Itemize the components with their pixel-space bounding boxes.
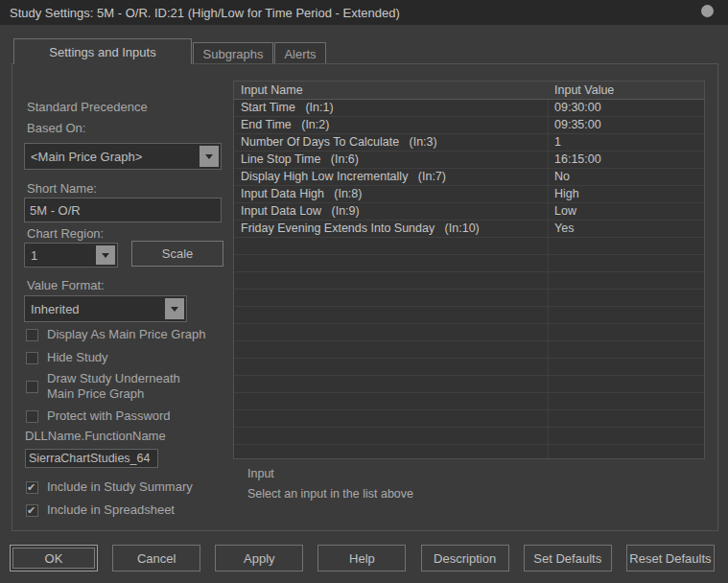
titlebar[interactable]: Study Settings: 5M - O/R. ID:21 (High/Lo… <box>0 0 728 25</box>
chart-region-value: 1 <box>25 248 94 263</box>
value-format-select[interactable]: Inherited <box>24 295 187 322</box>
table-row[interactable] <box>234 290 704 307</box>
chevron-down-icon[interactable] <box>200 146 219 167</box>
scale-button[interactable]: Scale <box>131 241 223 267</box>
input-value-cell: 09:30:00 <box>549 100 704 116</box>
based-on-value: <Main Price Graph> <box>25 150 198 164</box>
button-label: Cancel <box>137 551 176 566</box>
ok-button[interactable]: OK <box>10 545 98 571</box>
table-row[interactable] <box>234 255 704 272</box>
table-row[interactable] <box>234 393 704 410</box>
input-value-cell: Low <box>549 203 704 220</box>
input-name-cell <box>234 393 549 409</box>
table-row[interactable] <box>234 272 704 290</box>
input-value-cell <box>549 307 704 323</box>
input-name-cell <box>234 307 549 323</box>
input-value-cell <box>549 428 704 444</box>
input-name-cell <box>234 445 549 459</box>
table-row[interactable]: Number Of Days To Calculate (In:3)1 <box>234 134 704 152</box>
checkbox-label: Display As Main Price Graph <box>47 327 205 342</box>
protect-password-checkbox[interactable] <box>26 410 38 423</box>
checkbox-row-display-as-main[interactable]: Display As Main Price Graph <box>26 327 205 342</box>
table-row[interactable] <box>234 410 704 428</box>
inputs-table: Input Name Input Value Start Time (In:1)… <box>233 81 705 459</box>
input-name-cell <box>234 290 549 306</box>
chevron-down-icon[interactable] <box>165 298 184 319</box>
input-name-cell <box>234 359 549 375</box>
table-row[interactable] <box>234 307 704 324</box>
include-study-summary-checkbox[interactable] <box>26 481 38 494</box>
input-value-cell: 1 <box>549 134 704 151</box>
reset-defaults-button[interactable]: Reset Defaults <box>626 545 715 571</box>
based-on-select[interactable]: <Main Price Graph> <box>24 143 222 170</box>
button-label: Help <box>349 551 375 566</box>
description-button[interactable]: Description <box>421 545 509 571</box>
input-value-cell <box>549 255 704 271</box>
input-value-cell <box>549 324 704 340</box>
table-row[interactable]: Friday Evening Extends Into Sunday (In:1… <box>234 221 704 238</box>
checkbox-label: Include in Study Summary <box>47 479 193 495</box>
table-row[interactable]: Input Data Low (In:9)Low <box>234 203 704 221</box>
input-name-cell: Line Stop Time (In:6) <box>234 152 549 168</box>
input-value-cell <box>549 376 704 392</box>
apply-button[interactable]: Apply <box>215 545 303 571</box>
table-row[interactable] <box>234 428 704 445</box>
table-row[interactable]: Line Stop Time (In:6)16:15:00 <box>234 152 704 169</box>
precedence-label: Standard Precedence <box>27 100 148 114</box>
inputs-table-header[interactable]: Input Name Input Value <box>234 82 704 100</box>
checkbox-row-spreadsheet[interactable]: Include in Spreadsheet <box>26 502 175 518</box>
chart-region-label: Chart Region: <box>27 226 104 241</box>
checkbox-label: Hide Study <box>47 350 108 365</box>
input-name-cell: Start Time (In:1) <box>234 100 549 116</box>
checkbox-row-study-summary[interactable]: Include in Study Summary <box>26 479 193 495</box>
short-name-input[interactable] <box>24 198 222 222</box>
table-row[interactable]: Input Data High (In:8)High <box>234 186 704 203</box>
checkbox-label: Draw Study Underneath Main Price Graph <box>47 371 180 402</box>
help-button[interactable]: Help <box>317 545 406 571</box>
set-defaults-button[interactable]: Set Defaults <box>524 545 612 571</box>
display-as-main-checkbox[interactable] <box>26 329 38 341</box>
table-row[interactable]: Display High Low Incrementally (In:7)No <box>234 169 704 186</box>
chevron-down-icon[interactable] <box>96 245 115 265</box>
tab-subgraphs[interactable]: Subgraphs <box>193 42 273 64</box>
input-value-cell: No <box>549 169 704 185</box>
checkbox-row-draw-underneath[interactable]: Draw Study Underneath Main Price Graph <box>26 371 180 402</box>
input-value-cell: High <box>549 186 704 202</box>
based-on-label: Based On: <box>27 121 85 135</box>
input-name-cell <box>234 238 549 254</box>
checkbox-label: Include in Spreadsheet <box>47 502 175 518</box>
table-row[interactable] <box>234 324 704 341</box>
dll-function-input[interactable] <box>25 449 158 468</box>
table-row[interactable]: End Time (In:2)09:35:00 <box>234 117 704 134</box>
inputs-table-body: Start Time (In:1)09:30:00End Time (In:2)… <box>234 100 704 459</box>
input-value-cell <box>549 410 704 427</box>
table-row[interactable] <box>234 359 704 376</box>
draw-underneath-checkbox[interactable] <box>26 381 38 393</box>
table-row[interactable]: Start Time (In:1)09:30:00 <box>234 100 704 117</box>
input-name-cell: Number Of Days To Calculate (In:3) <box>234 134 549 151</box>
column-header-input-value[interactable]: Input Value <box>549 82 704 99</box>
window-control-dot[interactable] <box>701 5 714 17</box>
input-name-cell: Input Data Low (In:9) <box>234 203 549 220</box>
table-row[interactable] <box>234 445 704 459</box>
table-row[interactable] <box>234 341 704 359</box>
column-header-input-name[interactable]: Input Name <box>234 82 549 99</box>
cancel-button[interactable]: Cancel <box>112 545 200 571</box>
input-name-cell: End Time (In:2) <box>234 117 549 133</box>
button-label: Apply <box>244 551 275 566</box>
button-label: OK <box>45 551 63 566</box>
table-row[interactable] <box>234 376 704 393</box>
checkbox-label: Protect with Password <box>47 408 171 424</box>
button-label: Reset Defaults <box>629 551 711 566</box>
hide-study-checkbox[interactable] <box>26 352 38 364</box>
tab-alerts[interactable]: Alerts <box>274 42 326 64</box>
checkbox-row-hide-study[interactable]: Hide Study <box>26 350 108 365</box>
button-label: Description <box>434 551 496 566</box>
tab-settings-and-inputs[interactable]: Settings and Inputs <box>13 38 192 64</box>
input-name-cell <box>234 255 549 271</box>
study-settings-dialog: Study Settings: 5M - O/R. ID:21 (High/Lo… <box>0 0 728 583</box>
checkbox-row-protect-password[interactable]: Protect with Password <box>26 408 171 424</box>
include-spreadsheet-checkbox[interactable] <box>26 504 38 517</box>
chart-region-select[interactable]: 1 <box>24 243 118 268</box>
table-row[interactable] <box>234 238 704 255</box>
